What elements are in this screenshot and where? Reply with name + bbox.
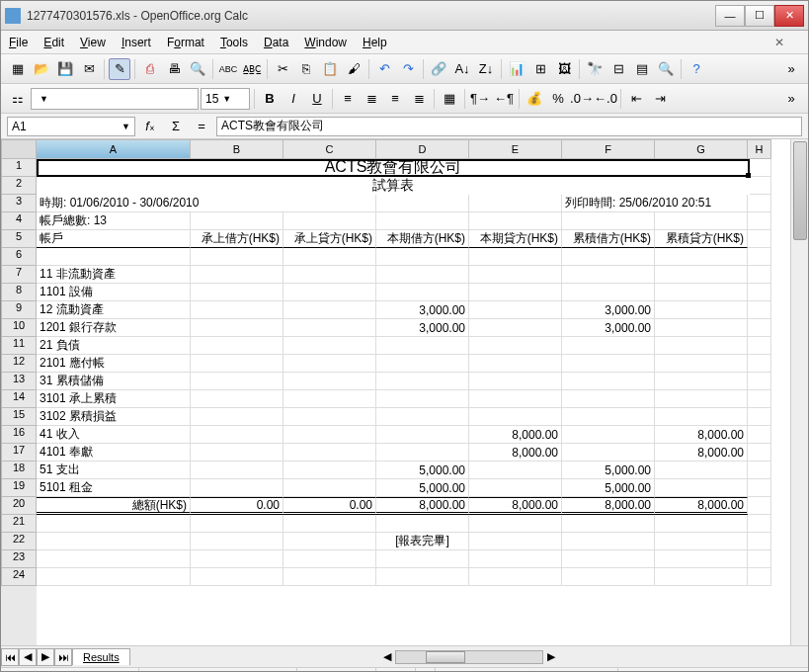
save-icon[interactable]: 💾 [54,58,76,80]
select-all-corner[interactable] [1,139,37,159]
status-mode[interactable]: STD [376,668,416,672]
row-header-7[interactable]: 7 [1,266,37,284]
row-header-6[interactable]: 6 [1,248,37,266]
scroll-right-icon[interactable]: ▶ [547,650,555,663]
row-header-18[interactable]: 18 [1,462,37,479]
row-header-2[interactable]: 2 [1,177,37,195]
row-header-4[interactable]: 4 [1,212,37,230]
toolbar-overflow-icon[interactable]: » [780,58,802,80]
currency-icon[interactable]: 💰 [524,88,545,110]
row-header-15[interactable]: 15 [1,408,37,426]
horizontal-scrollbar[interactable]: ◀ ▶ [130,650,808,664]
row-header-11[interactable]: 11 [1,337,37,355]
increase-indent-icon[interactable]: ⇥ [649,88,671,110]
zoom-icon[interactable]: 🔍 [655,58,677,80]
menu-edit[interactable]: Edit [43,36,64,49]
row-header-8[interactable]: 8 [1,284,37,301]
cell-a1-merged[interactable]: ACTS教會有限公司 [37,159,750,177]
cell-a2-merged[interactable]: 試算表 [37,177,750,195]
row-header-13[interactable]: 13 [1,373,37,390]
decrease-indent-icon[interactable]: ⇤ [625,88,647,110]
col-header-H[interactable]: H [748,139,771,159]
sum-icon[interactable]: Σ [165,116,187,137]
row-header-21[interactable]: 21 [1,515,37,533]
chart-icon[interactable]: 📊 [506,58,527,80]
row-header-10[interactable]: 10 [1,319,37,337]
scrollbar-thumb[interactable] [793,141,807,240]
menu-file[interactable]: File [9,36,28,49]
align-right-icon[interactable]: ≡ [384,88,406,110]
copy-icon[interactable]: ⎘ [295,58,317,80]
menu-window[interactable]: Window [304,36,347,49]
scrollbar-thumb[interactable] [426,651,465,663]
row-header-16[interactable]: 16 [1,426,37,444]
email-icon[interactable]: ✉ [78,58,100,80]
menu-insert[interactable]: Insert [121,36,151,49]
col-header-B[interactable]: B [191,139,283,159]
row-header-23[interactable]: 23 [1,550,37,568]
name-box[interactable]: A1 ▼ [7,117,135,136]
row-header-9[interactable]: 9 [1,301,37,319]
gallery-icon[interactable]: 🖼 [553,58,575,80]
tab-prev-icon[interactable]: ◀ [19,648,37,666]
edit-file-icon[interactable]: ✎ [109,58,130,80]
zoom-value[interactable]: 100% [759,668,808,672]
row-header-22[interactable]: 22 [1,533,37,550]
preview-icon[interactable]: 🔍 [187,58,208,80]
scroll-left-icon[interactable]: ◀ [383,650,391,663]
format-paintbrush-icon[interactable]: 🖌 [343,58,364,80]
align-center-icon[interactable]: ≣ [361,88,382,110]
menu-view[interactable]: View [80,36,106,49]
tab-first-icon[interactable]: ⏮ [1,648,19,666]
cell-grid[interactable]: ACTS教會有限公司 試算表 時期: 01/06/2010 - 30/06/20… [37,159,790,586]
hyperlink-icon[interactable]: 🔗 [428,58,449,80]
status-sum[interactable]: Sum=0 [436,668,618,672]
menu-help[interactable]: Help [363,36,387,49]
row-header-1[interactable]: 1 [1,159,37,177]
tab-next-icon[interactable]: ▶ [37,648,54,666]
col-header-A[interactable]: A [37,139,191,159]
align-left-icon[interactable]: ≡ [337,88,359,110]
row-header-12[interactable]: 12 [1,355,37,373]
undo-icon[interactable]: ↶ [373,58,395,80]
add-decimal-icon[interactable]: .0→ [571,88,593,110]
export-pdf-icon[interactable]: ⎙ [139,58,161,80]
redo-icon[interactable]: ↷ [397,58,419,80]
underline-icon[interactable]: U [306,88,328,110]
row-header-3[interactable]: 3 [1,195,37,212]
col-header-F[interactable]: F [562,139,655,159]
sort-desc-icon[interactable]: Z↓ [475,58,497,80]
merge-cells-icon[interactable]: ▦ [439,88,460,110]
italic-icon[interactable]: I [283,88,304,110]
print-icon[interactable]: 🖶 [163,58,185,80]
data-sources-icon[interactable]: ⊟ [607,58,629,80]
row-header-19[interactable]: 19 [1,479,37,497]
col-header-G[interactable]: G [655,139,748,159]
align-justify-icon[interactable]: ≣ [408,88,430,110]
spellcheck-icon[interactable]: ABC [217,58,239,80]
status-pagestyle[interactable]: PageStyle_Results [139,668,297,672]
close-button[interactable]: ✕ [774,5,804,27]
menu-data[interactable]: Data [264,36,288,49]
font-name-combo[interactable]: ▼ [31,88,199,110]
document-close-icon[interactable]: ✕ [774,36,784,49]
row-header-5[interactable]: 5 [1,230,37,248]
function-icon[interactable]: = [191,116,212,137]
navigator-icon[interactable]: ⊞ [529,58,551,80]
menu-tools[interactable]: Tools [220,36,248,49]
open-icon[interactable]: 📂 [31,58,52,80]
vertical-scrollbar[interactable] [790,139,808,645]
autospell-icon[interactable]: A̲B̲C̲ [241,58,263,80]
font-size-combo[interactable]: 15 ▼ [201,88,250,110]
new-icon[interactable]: ▦ [7,58,29,80]
bold-icon[interactable]: B [259,88,281,110]
tab-last-icon[interactable]: ⏭ [54,648,72,666]
toolbar-overflow-icon[interactable]: » [780,88,802,110]
row-header-17[interactable]: 17 [1,444,37,462]
row-header-14[interactable]: 14 [1,390,37,408]
maximize-button[interactable]: ☐ [745,5,774,27]
sheet-tab[interactable]: Results [72,648,130,665]
del-decimal-icon[interactable]: ←.0 [595,88,616,110]
row-header-20[interactable]: 20 [1,497,37,515]
cut-icon[interactable]: ✂ [272,58,293,80]
